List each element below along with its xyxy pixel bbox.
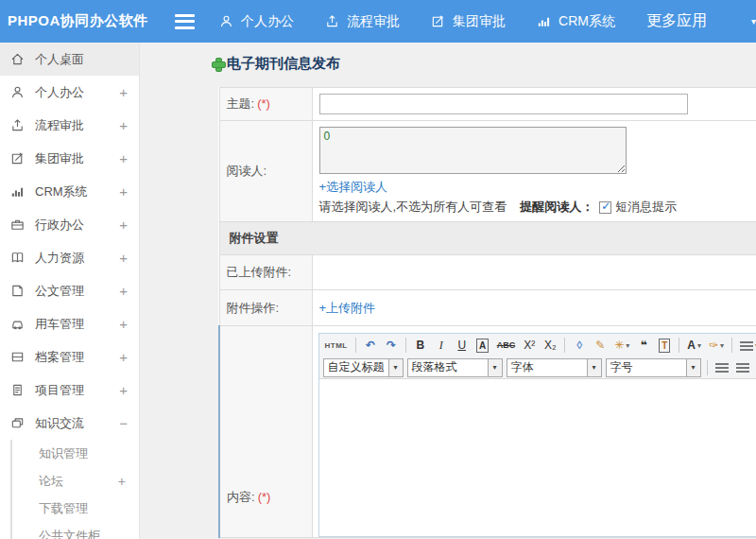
main-content: 电子期刊信息发布 主题:(*) 阅读人: 0 +选择阅读人 请 [140, 43, 756, 539]
book-icon [10, 251, 26, 266]
remind-readers-label: 提醒阅读人： [520, 199, 593, 216]
sidebar-subitem-label: 论坛 [39, 473, 63, 490]
nav-item-group-approval[interactable]: 集团审批 [431, 13, 506, 30]
chevron-down-icon[interactable]: ▾ [389, 358, 404, 377]
rich-text-editor: HTML↶↷BIUAABCX²X₂◊✎✳▾❝TA▾✑▾▾ 自定义标题▾段落格式▾… [318, 333, 756, 537]
sidebar-item-human-resources[interactable]: 人力资源+ [0, 241, 139, 274]
blockquote-button[interactable]: ❝ [634, 336, 653, 356]
sidebar-item-project-mgmt[interactable]: 项目管理+ [0, 374, 139, 407]
subject-row: 主题:(*) [219, 88, 756, 121]
chart-icon [537, 14, 552, 29]
nav-item-label: 个人办公 [241, 13, 294, 30]
sidebar-item-vehicle-mgmt[interactable]: 用车管理+ [0, 307, 139, 340]
archive-icon [10, 350, 26, 365]
font-box-button[interactable]: A [473, 336, 492, 356]
font-family-select[interactable]: 字体▾ [507, 358, 602, 377]
expand-toggle-icon[interactable]: + [119, 150, 128, 166]
align-left-button[interactable] [713, 357, 731, 377]
knowledge-submenu: 知识管理论坛+下载管理公共文件柜 [10, 440, 139, 539]
superscript-button[interactable]: X² [520, 336, 539, 356]
bold-button[interactable]: B [411, 336, 430, 356]
select-readers-link[interactable]: +选择阅读人 [319, 179, 388, 196]
expand-toggle-icon[interactable]: − [119, 415, 128, 431]
nav-item-personal-office[interactable]: 个人办公 [219, 13, 294, 30]
readers-row: 阅读人: 0 +选择阅读人 请选择阅读人,不选为所有人可查看 提醒阅读人： 短消… [219, 121, 756, 222]
attachment-ops-row: 附件操作: +上传附件 [219, 290, 756, 326]
sidebar-subitem-download-mgmt[interactable]: 下载管理 [12, 495, 139, 522]
sidebar: 个人桌面个人办公+流程审批+集团审批+CRM系统+行政办公+人力资源+公文管理+… [0, 43, 140, 539]
font-size-select-value: 字号 [606, 358, 687, 377]
sidebar-item-document-mgmt[interactable]: 公文管理+ [0, 274, 139, 307]
attachment-section-row: 附件设置 [219, 222, 756, 255]
source-code-button[interactable]: HTML [322, 336, 351, 356]
chart-icon [10, 184, 26, 200]
sidebar-item-group-approval[interactable]: 集团审批+ [0, 142, 139, 175]
sidebar-item-workflow-approval[interactable]: 流程审批+ [0, 109, 139, 142]
top-nav: 个人办公流程审批集团审批CRM系统 [219, 13, 646, 30]
font-color-button[interactable]: A▾ [684, 336, 704, 356]
font-size-select[interactable]: 字号▾ [606, 358, 701, 377]
sidebar-item-crm-system[interactable]: CRM系统+ [0, 175, 139, 208]
sms-checkbox[interactable] [599, 201, 611, 214]
expand-toggle-icon[interactable]: + [119, 250, 128, 266]
expand-toggle-icon[interactable]: + [119, 316, 128, 332]
paragraph-select-value: 段落格式 [407, 358, 489, 377]
toolbar-separator [405, 338, 406, 353]
nav-item-more-apps[interactable]: 更多应用 [646, 11, 707, 31]
underline-button[interactable]: U [453, 336, 472, 356]
app-logo: PHPOA协同办公软件 [0, 12, 175, 30]
strikethrough-button[interactable]: ABC [494, 336, 519, 356]
sidebar-item-label: 行政办公 [35, 217, 84, 234]
expand-toggle-icon[interactable]: + [119, 349, 128, 365]
nav-item-label: CRM系统 [558, 13, 615, 30]
sidebar-subitem-label: 知识管理 [39, 445, 88, 462]
readers-hint: 请选择阅读人,不选为所有人可查看 [319, 199, 507, 216]
editor-content-area[interactable] [319, 379, 756, 536]
sidebar-subitem-public-cabinet[interactable]: 公共文件柜 [12, 522, 139, 539]
highlight-button[interactable]: ✑▾ [706, 336, 727, 356]
autotypeset-button[interactable]: ✳▾ [611, 336, 632, 356]
chevron-down-icon[interactable]: ▾ [489, 358, 503, 377]
expand-toggle-icon[interactable]: + [119, 283, 128, 299]
paragraph-select[interactable]: 段落格式▾ [407, 358, 503, 377]
expand-toggle-icon[interactable]: + [119, 117, 128, 133]
nav-item-crm-system[interactable]: CRM系统 [537, 13, 615, 30]
sidebar-item-label: 公文管理 [35, 283, 84, 300]
sidebar-subitem-knowledge-mgmt[interactable]: 知识管理 [12, 440, 139, 467]
sidebar-item-personal-desktop[interactable]: 个人桌面 [0, 43, 139, 76]
nav-item-workflow-approval[interactable]: 流程审批 [325, 13, 400, 30]
sidebar-item-archive-mgmt[interactable]: 档案管理+ [0, 340, 139, 374]
align-center-button[interactable] [733, 357, 752, 377]
undo-button[interactable]: ↶ [361, 336, 380, 356]
expand-toggle-icon[interactable]: + [118, 474, 126, 489]
chevron-down-icon[interactable]: ▾ [588, 358, 602, 377]
subject-input[interactable] [319, 94, 688, 114]
paste-text-button[interactable]: T [655, 336, 674, 356]
subscript-button[interactable]: X₂ [541, 336, 559, 356]
heading-select-value: 自定义标题 [323, 358, 389, 377]
sidebar-item-admin-office[interactable]: 行政办公+ [0, 208, 139, 241]
italic-button[interactable]: I [432, 336, 451, 356]
car-icon [10, 317, 26, 332]
eraser-button[interactable]: ◊ [570, 336, 589, 356]
expand-toggle-icon[interactable]: + [119, 382, 128, 398]
chevron-down-icon[interactable]: ▾ [751, 16, 756, 26]
chevron-down-icon[interactable]: ▾ [687, 358, 701, 377]
sidebar-item-label: 个人桌面 [35, 51, 84, 68]
upload-attachment-link[interactable]: +上传附件 [319, 301, 376, 315]
redo-button[interactable]: ↷ [382, 336, 401, 356]
ordered-list-button[interactable]: ▾ [737, 336, 756, 356]
readers-textarea[interactable]: 0 [319, 127, 627, 174]
heading-select[interactable]: 自定义标题▾ [323, 358, 404, 377]
format-brush-button[interactable]: ✎ [591, 336, 610, 356]
expand-toggle-icon[interactable]: + [119, 217, 128, 233]
expand-toggle-icon[interactable]: + [119, 84, 128, 100]
hamburger-menu-icon[interactable] [175, 14, 195, 29]
publish-form: 主题:(*) 阅读人: 0 +选择阅读人 请选择阅读人,不选为所有人可查看 提醒… [218, 87, 756, 538]
expand-toggle-icon[interactable]: + [119, 183, 128, 200]
sidebar-item-knowledge-exchange[interactable]: 知识交流− [0, 407, 139, 440]
flow-icon [10, 118, 26, 133]
editor-toolbar-row2: 自定义标题▾段落格式▾字体▾字号▾ [319, 356, 756, 379]
sidebar-item-personal-office[interactable]: 个人办公+ [0, 76, 139, 109]
sidebar-subitem-forum[interactable]: 论坛+ [12, 467, 139, 495]
